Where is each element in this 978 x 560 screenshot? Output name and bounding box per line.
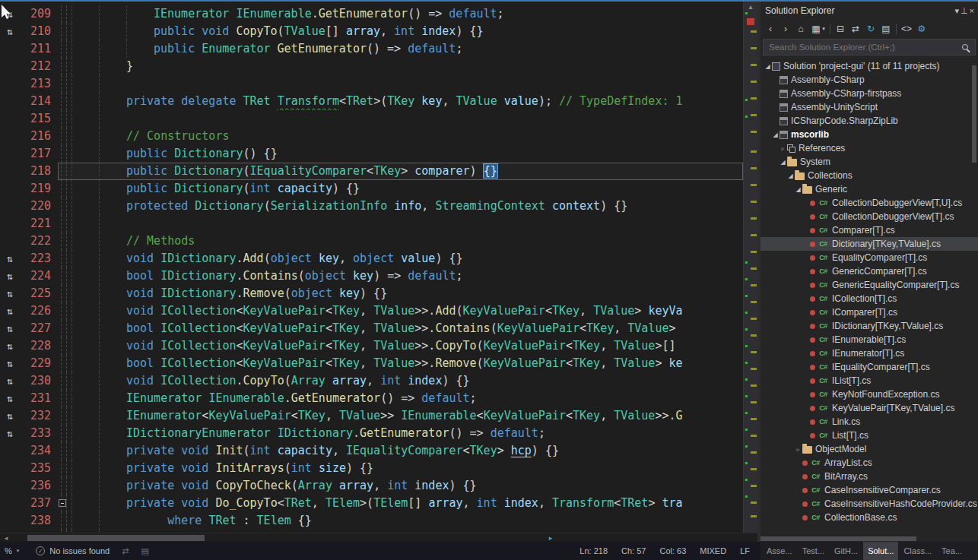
- line-number[interactable]: 231: [20, 390, 58, 407]
- code-line[interactable]: 219public Dictionary(int capacity) {}: [0, 180, 757, 198]
- expanded-arrow-icon[interactable]: ◢: [764, 63, 772, 70]
- expanded-arrow-icon[interactable]: ◢: [786, 172, 795, 179]
- code-line[interactable]: 216// Constructors: [0, 128, 757, 145]
- tree-item[interactable]: Assembly-UnityScript: [760, 100, 978, 114]
- code-line[interactable]: 218public Dictionary(IEqualityComparer<T…: [0, 163, 757, 180]
- tree-item[interactable]: ◢Solution 'project-gui' (11 of 11 projec…: [760, 59, 978, 73]
- code-line[interactable]: 234private void Init(int capacity, IEqua…: [0, 442, 757, 460]
- panel-tab-gith[interactable]: GitH...: [830, 542, 862, 560]
- code-line[interactable]: ⇅223void IDictionary.Add(object key, obj…: [0, 250, 757, 267]
- refresh-icon[interactable]: ↻: [864, 22, 878, 36]
- tree-item[interactable]: C#BitArray.cs: [760, 470, 978, 483]
- hscroll-thumb[interactable]: [27, 535, 205, 541]
- line-number[interactable]: 224: [20, 267, 58, 285]
- tree-item[interactable]: C#IEnumerator[T].cs: [760, 346, 978, 360]
- issues-status[interactable]: No issues found: [49, 546, 110, 555]
- line-number[interactable]: 234: [20, 442, 58, 460]
- code-line[interactable]: 239private static KeyValuePair<TKey, TVa…: [0, 530, 757, 533]
- implement-arrows-icon[interactable]: ⇅: [7, 323, 13, 334]
- code-line[interactable]: 220protected Dictionary(SerializationInf…: [0, 198, 757, 215]
- line-number[interactable]: 213: [20, 75, 58, 93]
- list-status-icon[interactable]: ▤: [141, 546, 148, 556]
- tree-item[interactable]: C#KeyValuePair[TKey,TValue].cs: [760, 401, 978, 415]
- expanded-arrow-icon[interactable]: ◢: [794, 186, 802, 193]
- line-number[interactable]: 225: [20, 285, 58, 302]
- forward-icon[interactable]: ›: [779, 22, 792, 36]
- tree-item[interactable]: C#Link.cs: [760, 415, 978, 429]
- tree-item[interactable]: ◢Collections: [760, 169, 978, 182]
- line-number[interactable]: 230: [20, 372, 58, 390]
- code-line[interactable]: 236private void CopyToCheck(Array array,…: [0, 477, 757, 495]
- tree-item[interactable]: ICSharpCode.SharpZipLib: [760, 114, 978, 128]
- character-indicator[interactable]: Ch: 57: [621, 546, 646, 555]
- code-line[interactable]: ⇅233IDictionaryEnumerator IDictionary.Ge…: [0, 425, 757, 442]
- code-line[interactable]: ⇅232IEnumerator<KeyValuePair<TKey, TValu…: [0, 407, 757, 425]
- tree-item[interactable]: Assembly-CSharp-firstpass: [760, 87, 978, 100]
- line-number[interactable]: 219: [20, 180, 58, 198]
- line-number[interactable]: 222: [20, 233, 58, 250]
- panel-tab-tea[interactable]: Tea...: [937, 542, 967, 560]
- code-line[interactable]: 237private void Do_CopyTo<TRet, TElem>(T…: [0, 495, 757, 512]
- line-number[interactable]: 211: [20, 40, 58, 58]
- tree-item[interactable]: C#IList[T].cs: [760, 374, 978, 388]
- sync-active-document-icon[interactable]: ⇄: [849, 22, 862, 36]
- line-number[interactable]: 236: [20, 477, 58, 495]
- code-line[interactable]: ⇅225void IDictionary.Remove(object key) …: [0, 285, 757, 302]
- code-line[interactable]: 212}: [0, 58, 757, 75]
- code-line[interactable]: ⇅230void ICollection.CopyTo(Array array,…: [0, 372, 757, 390]
- tree-item[interactable]: C#ArrayList.cs: [760, 456, 978, 470]
- tree-item[interactable]: C#Dictionary[TKey,TValue].cs: [760, 237, 978, 251]
- search-icon[interactable]: [962, 44, 968, 50]
- issues-check-icon[interactable]: ✓: [36, 546, 45, 555]
- implement-arrows-icon[interactable]: ⇅: [7, 26, 13, 37]
- panel-tab-test[interactable]: Test...: [798, 542, 829, 560]
- implement-arrows-icon[interactable]: ⇅: [7, 253, 13, 264]
- line-number[interactable]: 226: [20, 302, 58, 320]
- tree-item[interactable]: C#EqualityComparer[T].cs: [760, 251, 978, 264]
- switch-views-caret-icon[interactable]: ▾: [821, 22, 827, 36]
- scroll-up-arrow-icon[interactable]: ▴: [744, 2, 757, 12]
- code-line[interactable]: 238 where TRet : TElem {}: [0, 512, 757, 530]
- line-number[interactable]: 227: [20, 320, 58, 337]
- tree-vertical-scrollbar-thumb[interactable]: [972, 65, 976, 163]
- panel-tab-class[interactable]: Class...: [899, 542, 936, 560]
- line-number[interactable]: 218: [20, 163, 58, 180]
- line-number[interactable]: 235: [20, 460, 58, 477]
- zoom-caret-icon[interactable]: ▾: [17, 548, 20, 554]
- sync-status-icon[interactable]: ⇄: [122, 546, 129, 556]
- tree-item[interactable]: C#CollectionDebuggerView[T].cs: [760, 210, 978, 223]
- implement-arrows-icon[interactable]: ⇅: [7, 375, 13, 387]
- editor-horizontal-scrollbar[interactable]: ◂ ▸: [0, 533, 757, 542]
- window-position-icon[interactable]: ▾: [954, 6, 959, 15]
- code-editor[interactable]: ⇅209IEnumerator IEnumerable.GetEnumerato…: [0, 2, 757, 533]
- expanded-arrow-icon[interactable]: ◢: [779, 159, 787, 166]
- line-number[interactable]: 232: [20, 407, 58, 425]
- collapse-all-icon[interactable]: ⊟: [834, 22, 847, 36]
- collapsed-arrow-icon[interactable]: ▹: [779, 145, 787, 152]
- tree-item[interactable]: ◢mscorlib: [760, 128, 978, 141]
- line-number[interactable]: 233: [20, 425, 58, 442]
- search-box[interactable]: [763, 39, 976, 55]
- tree-item[interactable]: C#IDictionary[TKey,TValue].cs: [760, 319, 978, 333]
- tree-item[interactable]: ◢System: [760, 155, 978, 169]
- line-number[interactable]: 238: [20, 512, 58, 530]
- tree-item[interactable]: ▹References: [760, 141, 978, 155]
- editor-vertical-scrollbar[interactable]: ▴: [743, 2, 757, 533]
- line-number[interactable]: 210: [20, 23, 58, 40]
- implement-arrows-icon[interactable]: ⇅: [7, 428, 13, 439]
- tree-item[interactable]: C#ICollection[T].cs: [760, 292, 978, 305]
- line-number[interactable]: 221: [20, 215, 58, 233]
- code-line[interactable]: ⇅224bool IDictionary.Contains(object key…: [0, 267, 757, 285]
- line-number[interactable]: 209: [20, 5, 58, 23]
- implement-arrows-icon[interactable]: ⇅: [7, 288, 13, 299]
- pin-icon[interactable]: ⊥: [961, 6, 968, 15]
- fold-collapse-icon[interactable]: [59, 499, 66, 507]
- scroll-left-arrow-icon[interactable]: ◂: [0, 533, 12, 543]
- implement-arrows-icon[interactable]: ⇅: [7, 393, 13, 404]
- line-number[interactable]: 217: [20, 145, 58, 163]
- code-line[interactable]: 221: [0, 215, 757, 233]
- panel-tab-asse[interactable]: Asse...: [762, 542, 797, 560]
- tree-item[interactable]: ◢Generic: [760, 182, 978, 196]
- implement-arrows-icon[interactable]: ⇅: [7, 340, 13, 352]
- collapsed-arrow-icon[interactable]: ▹: [794, 446, 802, 453]
